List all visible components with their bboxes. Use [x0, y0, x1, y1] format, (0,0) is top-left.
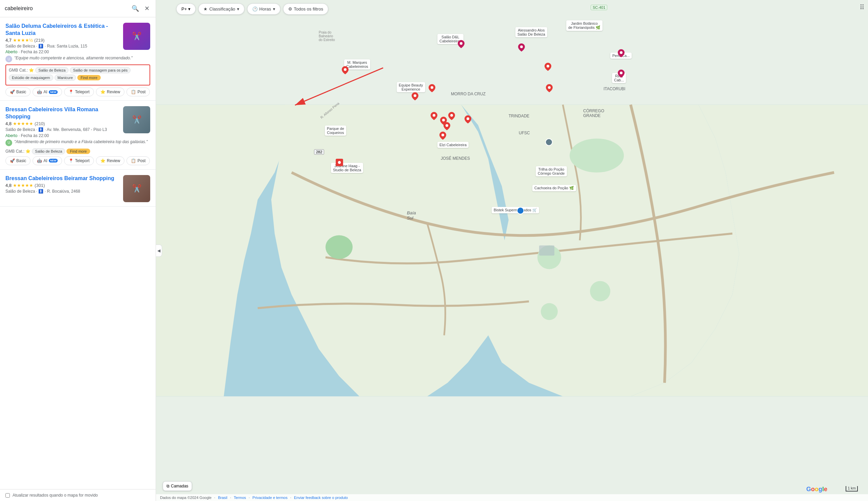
footer-feedback-link[interactable]: Enviar feedback sobre o produto [294, 495, 348, 500]
teleport-btn-1[interactable]: 📍Teleport [64, 87, 94, 96]
basic-btn-2[interactable]: 🚀Basic [6, 156, 31, 165]
svg-point-13 [431, 86, 433, 89]
tag-badge-2-0: Salão de Beleza [32, 148, 65, 154]
map-pin-center2[interactable] [431, 112, 437, 120]
map-pin-center1[interactable] [428, 84, 435, 92]
search-bar: 🔍 ✕ [0, 0, 156, 17]
svg-point-21 [338, 161, 341, 164]
basic-btn-1[interactable]: 🚀Basic [6, 87, 31, 96]
gmb-label-1: GMB Cat.: ⭐ [9, 68, 34, 73]
ai-btn-2[interactable]: 🤖AINEW [33, 156, 62, 165]
classificacao-chevron: ▾ [237, 7, 239, 12]
action-buttons-1: 🚀Basic 🤖AINEW 📍Teleport ⭐Review 📋Post [6, 87, 150, 96]
card-info-1: Salão Deluma Cabeleireiros & Estética - … [6, 23, 120, 56]
review-btn-1[interactable]: ⭐Review [96, 87, 124, 96]
map-pin-jeanine[interactable] [336, 159, 343, 168]
map-pin-perfil[interactable] [618, 49, 625, 57]
svg-point-25 [620, 72, 622, 74]
map-pin-equipe-beauty[interactable] [412, 92, 419, 100]
card-rating-1: 4,7 ★★★★½ (219) [6, 38, 120, 43]
stars-2: ★★★★★ [13, 121, 33, 126]
rating-count-2: (210) [35, 121, 45, 126]
svg-point-17 [446, 124, 448, 127]
routing-options-button[interactable]: P+ ▾ [176, 3, 196, 14]
footer-separator-4: · [290, 495, 291, 500]
card-info-3: Bressan Cabeleireiros Beiramar Shopping … [6, 175, 120, 202]
footer-brazil-link[interactable]: Brasil [218, 495, 228, 500]
map-pin-rina[interactable] [618, 70, 625, 78]
card-status-1: Aberto · Fecha às 22:00 [6, 50, 120, 54]
map-svg [156, 0, 868, 501]
svg-point-15 [442, 119, 445, 121]
todos-filtros-button[interactable]: ⚙ Todos os filtros [283, 3, 328, 14]
card-thumb-1: ✂️ [123, 23, 150, 50]
layers-icon: ⧉ [166, 484, 170, 489]
svg-rect-10 [539, 246, 554, 256]
map-pin-mid2[interactable] [546, 84, 553, 92]
map-pin-alessandro[interactable] [518, 43, 525, 52]
svg-point-8 [590, 281, 610, 301]
stars-1: ★★★★½ [13, 38, 33, 43]
horas-filter[interactable]: 🕐 Horas ▾ [247, 3, 280, 14]
footer-separator-2: · [230, 495, 231, 500]
update-results-checkbox[interactable] [6, 493, 10, 498]
card-review-1: U "Equipe muito competente e atenciosa, … [6, 56, 150, 62]
result-card-bressan-villa[interactable]: Bressan Cabeleireiros Villa Romana Shopp… [0, 101, 156, 169]
routing-dropdown-icon: ▾ [188, 7, 191, 12]
card-meta-1: Salão de Beleza · 🚹 · Rua: Santa Luzia, … [6, 43, 120, 49]
gmb-tags-2: GMB Cat.: ⭐ Salão de Beleza Find more [6, 148, 150, 154]
svg-point-11 [344, 68, 347, 71]
find-more-button-1[interactable]: Find more [77, 75, 101, 81]
svg-point-5 [569, 139, 624, 173]
map-pin-marques[interactable] [342, 66, 349, 74]
ai-btn-1[interactable]: 🤖AINEW [33, 87, 62, 96]
result-card-salao-deluma[interactable]: Salão Deluma Cabeleireiros & Estética - … [0, 17, 156, 101]
apps-grid-icon[interactable]: ⠿ [859, 3, 865, 12]
horas-chevron: ▾ [273, 7, 275, 12]
teleport-btn-2[interactable]: 📍Teleport [64, 156, 94, 165]
star-icon: ★ [204, 7, 207, 12]
card-rating-2: 4,8 ★★★★★ (210) [6, 121, 120, 126]
map-pin-elzi[interactable] [440, 131, 446, 140]
search-button[interactable]: 🔍 [130, 3, 140, 13]
map-pin-center5[interactable] [444, 122, 450, 130]
card-status-2: Aberto · Fecha às 22:00 [6, 133, 120, 138]
card-rating-3: 4,8 ★★★★★ (301) [6, 183, 120, 188]
svg-point-26 [546, 65, 549, 67]
rating-value-3: 4,8 [6, 183, 12, 188]
post-btn-1[interactable]: 📋Post [127, 87, 150, 96]
rating-count-1: (219) [34, 38, 44, 43]
map-pin-bistek[interactable] [517, 207, 524, 214]
scale-bar: 1 km [846, 486, 858, 491]
search-input[interactable] [5, 6, 128, 12]
map-pin-ufsc[interactable] [545, 138, 553, 146]
reviewer-avatar-2: U [6, 139, 12, 146]
footer-separator-1: · [214, 495, 215, 500]
footer-terms-link[interactable]: Termos [234, 495, 246, 500]
map-pin-salao-dl[interactable] [458, 40, 465, 48]
post-btn-2[interactable]: 📋Post [127, 156, 150, 165]
review-btn-2[interactable]: ⭐Review [96, 156, 124, 165]
layers-button[interactable]: ⧉ Camadas [163, 481, 192, 491]
clear-search-button[interactable]: ✕ [143, 3, 151, 13]
card-info-2: Bressan Cabeleireiros Villa Romana Shopp… [6, 106, 120, 139]
result-card-bressan-beiramar[interactable]: Bressan Cabeleireiros Beiramar Shopping … [0, 170, 156, 206]
action-buttons-2: 🚀Basic 🤖AINEW 📍Teleport ⭐Review 📋Post [6, 156, 150, 165]
footer-privacy-link[interactable]: Privacidade e termos [253, 495, 287, 500]
find-more-button-2[interactable]: Find more [66, 149, 90, 154]
svg-point-18 [467, 117, 469, 120]
reviewer-avatar-1: U [6, 56, 12, 62]
classificacao-filter[interactable]: ★ Classificação ▾ [198, 3, 245, 14]
gmb-tags-1: GMB Cat.: ⭐ Salão de Beleza Salão de mas… [9, 67, 147, 81]
map-pin-mid1[interactable] [544, 63, 551, 71]
rating-count-3: (301) [35, 183, 45, 188]
tag-badge-1-1: Salão de massagem para os pés [70, 67, 131, 73]
collapse-panel-button[interactable]: ◀ [156, 245, 162, 257]
left-panel: 🔍 ✕ Salão Deluma Cabeleireiros & Estétic… [0, 0, 156, 501]
map-pin-center6[interactable] [465, 115, 471, 124]
card-review-2: U "Atendimento de primeiro mundo e a Flá… [6, 139, 150, 146]
map-pin-center4[interactable] [448, 112, 455, 120]
svg-point-14 [433, 114, 435, 117]
map-footer: Dados do mapa ©2024 Google · Brasil · Te… [156, 494, 868, 501]
svg-point-28 [545, 139, 552, 146]
